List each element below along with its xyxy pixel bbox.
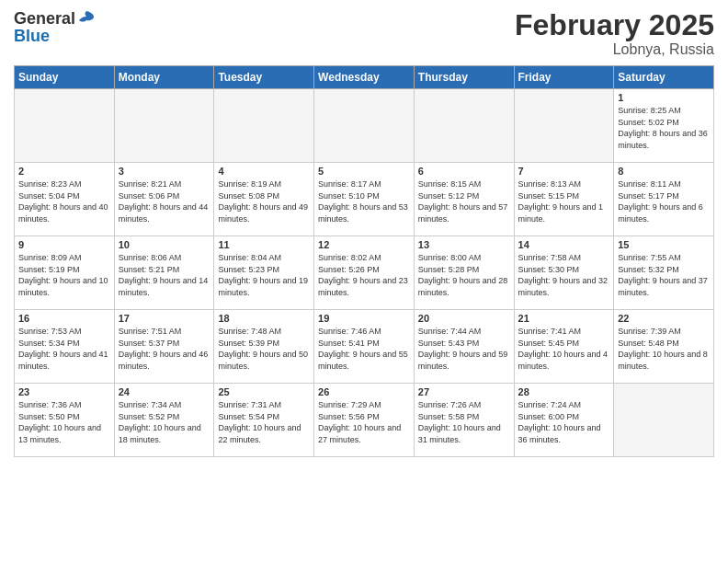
- day-number: 21: [518, 313, 610, 324]
- day-info: Sunrise: 7:39 AM Sunset: 5:48 PM Dayligh…: [618, 326, 710, 372]
- col-thursday: Thursday: [414, 66, 514, 89]
- day-number: 14: [518, 239, 610, 250]
- day-number: 2: [18, 166, 110, 177]
- day-cell-1-4: 6Sunrise: 8:15 AM Sunset: 5:12 PM Daylig…: [414, 163, 514, 236]
- day-info: Sunrise: 7:29 AM Sunset: 5:56 PM Dayligh…: [318, 399, 410, 445]
- day-cell-1-0: 2Sunrise: 8:23 AM Sunset: 5:04 PM Daylig…: [15, 163, 115, 236]
- day-cell-0-5: [514, 89, 614, 163]
- day-cell-1-3: 5Sunrise: 8:17 AM Sunset: 5:10 PM Daylig…: [314, 163, 415, 236]
- day-info: Sunrise: 8:25 AM Sunset: 5:02 PM Dayligh…: [618, 105, 710, 151]
- day-number: 16: [18, 313, 110, 324]
- logo-blue-text: Blue: [14, 27, 50, 45]
- day-cell-2-3: 12Sunrise: 8:02 AM Sunset: 5:26 PM Dayli…: [314, 236, 415, 310]
- col-wednesday: Wednesday: [314, 66, 415, 89]
- day-cell-4-4: 27Sunrise: 7:26 AM Sunset: 5:58 PM Dayli…: [414, 384, 514, 457]
- day-info: Sunrise: 8:15 AM Sunset: 5:12 PM Dayligh…: [418, 178, 510, 224]
- day-number: 19: [318, 313, 410, 324]
- day-info: Sunrise: 7:34 AM Sunset: 5:52 PM Dayligh…: [119, 399, 210, 445]
- logo-bird-icon: [77, 9, 96, 28]
- week-row-1: 2Sunrise: 8:23 AM Sunset: 5:04 PM Daylig…: [15, 163, 714, 236]
- day-cell-0-4: [414, 89, 514, 163]
- day-cell-2-2: 11Sunrise: 8:04 AM Sunset: 5:23 PM Dayli…: [214, 236, 314, 310]
- month-title: February 2025: [515, 9, 714, 41]
- day-cell-1-5: 7Sunrise: 8:13 AM Sunset: 5:15 PM Daylig…: [514, 163, 614, 236]
- day-info: Sunrise: 8:17 AM Sunset: 5:10 PM Dayligh…: [318, 178, 410, 224]
- day-number: 15: [618, 239, 710, 250]
- day-info: Sunrise: 8:23 AM Sunset: 5:04 PM Dayligh…: [18, 178, 110, 224]
- title-block: February 2025 Lobnya, Russia: [515, 9, 714, 58]
- day-cell-3-3: 19Sunrise: 7:46 AM Sunset: 5:41 PM Dayli…: [314, 310, 415, 384]
- day-info: Sunrise: 8:00 AM Sunset: 5:28 PM Dayligh…: [418, 252, 510, 298]
- day-number: 3: [119, 166, 210, 177]
- day-number: 10: [119, 239, 210, 250]
- day-number: 13: [418, 239, 510, 250]
- day-cell-3-2: 18Sunrise: 7:48 AM Sunset: 5:39 PM Dayli…: [214, 310, 314, 384]
- day-info: Sunrise: 8:02 AM Sunset: 5:26 PM Dayligh…: [318, 252, 410, 298]
- day-info: Sunrise: 8:11 AM Sunset: 5:17 PM Dayligh…: [618, 178, 710, 224]
- week-row-3: 16Sunrise: 7:53 AM Sunset: 5:34 PM Dayli…: [15, 310, 714, 384]
- day-info: Sunrise: 7:26 AM Sunset: 5:58 PM Dayligh…: [418, 399, 510, 445]
- day-info: Sunrise: 8:06 AM Sunset: 5:21 PM Dayligh…: [119, 252, 210, 298]
- day-info: Sunrise: 7:44 AM Sunset: 5:43 PM Dayligh…: [418, 326, 510, 372]
- page-header: General Blue February 2025 Lobnya, Russi…: [14, 9, 714, 58]
- day-cell-3-4: 20Sunrise: 7:44 AM Sunset: 5:43 PM Dayli…: [414, 310, 514, 384]
- col-monday: Monday: [114, 66, 214, 89]
- day-cell-2-5: 14Sunrise: 7:58 AM Sunset: 5:30 PM Dayli…: [514, 236, 614, 310]
- day-number: 12: [318, 239, 410, 250]
- day-cell-2-4: 13Sunrise: 8:00 AM Sunset: 5:28 PM Dayli…: [414, 236, 514, 310]
- day-cell-2-6: 15Sunrise: 7:55 AM Sunset: 5:32 PM Dayli…: [614, 236, 714, 310]
- day-cell-4-6: [614, 384, 714, 457]
- day-cell-0-6: 1Sunrise: 8:25 AM Sunset: 5:02 PM Daylig…: [614, 89, 714, 163]
- day-number: 8: [618, 166, 710, 177]
- day-number: 25: [218, 386, 310, 397]
- day-info: Sunrise: 7:24 AM Sunset: 6:00 PM Dayligh…: [518, 399, 610, 445]
- day-info: Sunrise: 8:09 AM Sunset: 5:19 PM Dayligh…: [18, 252, 110, 298]
- day-info: Sunrise: 8:04 AM Sunset: 5:23 PM Dayligh…: [218, 252, 310, 298]
- col-tuesday: Tuesday: [214, 66, 314, 89]
- day-cell-0-0: [15, 89, 115, 163]
- day-number: 20: [418, 313, 510, 324]
- day-info: Sunrise: 7:51 AM Sunset: 5:37 PM Dayligh…: [119, 326, 210, 372]
- day-number: 1: [618, 92, 710, 103]
- day-cell-0-1: [114, 89, 214, 163]
- week-row-2: 9Sunrise: 8:09 AM Sunset: 5:19 PM Daylig…: [15, 236, 714, 310]
- day-number: 27: [418, 386, 510, 397]
- day-info: Sunrise: 7:48 AM Sunset: 5:39 PM Dayligh…: [218, 326, 310, 372]
- day-cell-2-0: 9Sunrise: 8:09 AM Sunset: 5:19 PM Daylig…: [15, 236, 115, 310]
- day-info: Sunrise: 7:31 AM Sunset: 5:54 PM Dayligh…: [218, 399, 310, 445]
- day-number: 24: [119, 386, 210, 397]
- day-cell-0-3: [314, 89, 415, 163]
- logo-general-text: General: [14, 10, 75, 27]
- day-number: 7: [518, 166, 610, 177]
- day-info: Sunrise: 8:19 AM Sunset: 5:08 PM Dayligh…: [218, 178, 310, 224]
- day-number: 17: [119, 313, 210, 324]
- calendar-header-row: Sunday Monday Tuesday Wednesday Thursday…: [15, 66, 714, 89]
- day-cell-4-5: 28Sunrise: 7:24 AM Sunset: 6:00 PM Dayli…: [514, 384, 614, 457]
- day-cell-4-2: 25Sunrise: 7:31 AM Sunset: 5:54 PM Dayli…: [214, 384, 314, 457]
- day-info: Sunrise: 7:53 AM Sunset: 5:34 PM Dayligh…: [18, 326, 110, 372]
- day-info: Sunrise: 7:41 AM Sunset: 5:45 PM Dayligh…: [518, 326, 610, 372]
- day-number: 28: [518, 386, 610, 397]
- day-info: Sunrise: 7:36 AM Sunset: 5:50 PM Dayligh…: [18, 399, 110, 445]
- day-cell-0-2: [214, 89, 314, 163]
- day-cell-4-0: 23Sunrise: 7:36 AM Sunset: 5:50 PM Dayli…: [15, 384, 115, 457]
- day-cell-4-1: 24Sunrise: 7:34 AM Sunset: 5:52 PM Dayli…: [114, 384, 214, 457]
- day-number: 6: [418, 166, 510, 177]
- day-cell-1-1: 3Sunrise: 8:21 AM Sunset: 5:06 PM Daylig…: [114, 163, 214, 236]
- day-number: 22: [618, 313, 710, 324]
- day-number: 4: [218, 166, 310, 177]
- day-info: Sunrise: 8:13 AM Sunset: 5:15 PM Dayligh…: [518, 178, 610, 224]
- week-row-0: 1Sunrise: 8:25 AM Sunset: 5:02 PM Daylig…: [15, 89, 714, 163]
- day-info: Sunrise: 8:21 AM Sunset: 5:06 PM Dayligh…: [119, 178, 210, 224]
- day-number: 18: [218, 313, 310, 324]
- day-cell-3-6: 22Sunrise: 7:39 AM Sunset: 5:48 PM Dayli…: [614, 310, 714, 384]
- day-number: 23: [18, 386, 110, 397]
- day-cell-2-1: 10Sunrise: 8:06 AM Sunset: 5:21 PM Dayli…: [114, 236, 214, 310]
- day-number: 11: [218, 239, 310, 250]
- day-number: 26: [318, 386, 410, 397]
- col-saturday: Saturday: [614, 66, 714, 89]
- location: Lobnya, Russia: [515, 41, 714, 58]
- day-number: 5: [318, 166, 410, 177]
- day-info: Sunrise: 7:55 AM Sunset: 5:32 PM Dayligh…: [618, 252, 710, 298]
- day-cell-1-2: 4Sunrise: 8:19 AM Sunset: 5:08 PM Daylig…: [214, 163, 314, 236]
